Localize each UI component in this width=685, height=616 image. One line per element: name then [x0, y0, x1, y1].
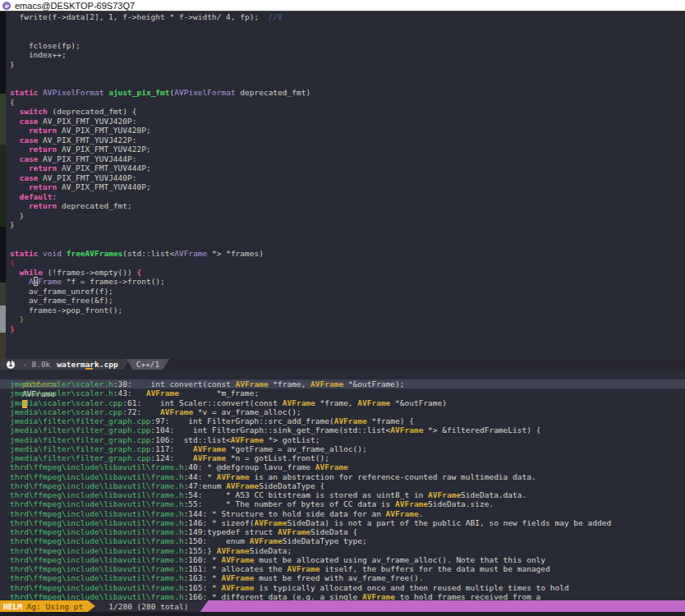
result-row[interactable]: thrd\ffmpeg\include\libavutil\frame.h:16…	[0, 573, 685, 582]
result-row[interactable]: thrd\ffmpeg\include\libavutil\frame.h:15…	[0, 546, 685, 555]
candidate-count: 1/280 (280 total)	[95, 600, 188, 612]
code-line[interactable]	[10, 239, 685, 249]
code-line[interactable]: av_frame_free(&f);	[10, 296, 685, 306]
code-line[interactable]: }	[10, 211, 685, 221]
helm-pattern-line[interactable]: pattern: AVFrame	[0, 370, 685, 379]
code-line[interactable]: case AV_PIX_FMT_YUVJ440P:	[10, 173, 685, 183]
code-line[interactable]: frames->pop_front();	[10, 306, 685, 315]
buffer-size: - 8.0k	[22, 360, 50, 369]
result-row[interactable]: jmedia\scaler\scaler.h:30: int convert(c…	[0, 379, 685, 388]
code-line[interactable]	[10, 31, 685, 41]
modeline: 1 - 8.0k watermark.cpp C++/1	[0, 359, 685, 370]
code-line[interactable]: return AV_PIX_FMT_YUV440P;	[10, 182, 685, 192]
powerline-arrow-icon	[88, 600, 95, 612]
scrollbar-texture	[0, 145, 6, 227]
code-line[interactable]	[10, 79, 685, 89]
result-row[interactable]: thrd\ffmpeg\include\libavutil\frame.h:44…	[0, 472, 685, 481]
code-line[interactable]	[10, 22, 685, 32]
code-line[interactable]: index++;	[10, 50, 685, 60]
code-line[interactable]: case AV_PIX_FMT_YUVJ420P:	[10, 117, 685, 126]
code-buffer[interactable]: fwrite(f->data[2], 1, f->height * f->wid…	[0, 11, 685, 333]
code-line[interactable]: return AV_PIX_FMT_YUV422P;	[10, 145, 685, 154]
code-line[interactable]: case AV_PIX_FMT_YUVJ444P:	[10, 154, 685, 164]
result-row[interactable]: thrd\ffmpeg\include\libavutil\frame.h:47…	[0, 481, 685, 490]
modified-marker	[85, 368, 93, 370]
helm-mode-label: HELM	[3, 602, 22, 611]
result-row[interactable]: thrd\ffmpeg\include\libavutil\frame.h:14…	[0, 518, 685, 527]
scrollbar-texture	[0, 333, 6, 359]
code-line[interactable]: {	[10, 258, 685, 268]
code-line[interactable]: return deprecated_fmt;	[10, 201, 685, 211]
code-line[interactable]: static void freeAVFrames(std::list<AVFra…	[10, 249, 685, 259]
code-line[interactable]: {	[10, 98, 685, 108]
code-line[interactable]: return AV_PIX_FMT_YUV420P;	[10, 126, 685, 136]
emacs-icon: e	[2, 2, 11, 10]
code-line[interactable]: }	[10, 315, 685, 324]
window-number-badge: 1	[7, 361, 15, 369]
scrollbar[interactable]	[0, 11, 6, 359]
result-row[interactable]: jmedia\scaler\scaler.h:43: AVFrame *m_fr…	[0, 388, 685, 398]
code-line[interactable]: switch (deprecated_fmt) {	[10, 107, 685, 117]
result-row[interactable]: thrd\ffmpeg\include\libavutil\frame.h:16…	[0, 555, 685, 564]
helm-results-list[interactable]: jmedia\scaler\scaler.h:30: int convert(c…	[0, 379, 685, 600]
window-title: emacs@DESKTOP-69S73Q7	[15, 1, 135, 11]
statusbar-source-segment: HELM Ag: Using pt	[0, 600, 88, 612]
title-bar: e emacs@DESKTOP-69S73Q7	[0, 0, 685, 11]
statusbar-fill	[200, 600, 685, 612]
result-row[interactable]: thrd\ffmpeg\include\libavutil\frame.h:16…	[0, 592, 685, 600]
code-line[interactable]: }	[10, 60, 685, 70]
code-line[interactable]: default:	[10, 192, 685, 202]
code-line[interactable]: case AV_PIX_FMT_YUVJ422P:	[10, 136, 685, 145]
result-row[interactable]: thrd\ffmpeg\include\libavutil\frame.h:14…	[0, 527, 685, 536]
result-row[interactable]: jmedia\scaler\scaler.cpp:61: int Scaler:…	[0, 398, 685, 407]
result-row[interactable]: thrd\ffmpeg\include\libavutil\frame.h:14…	[0, 509, 685, 518]
code-line[interactable]: static AVPixelFormat ajust_pix_fmt(AVPix…	[10, 88, 685, 98]
code-line[interactable]: return AV_PIX_FMT_YUV444P;	[10, 163, 685, 173]
code-line[interactable]: av_frame_unref(f);	[10, 287, 685, 297]
code-line[interactable]: AVFrame *f = frames->front();	[10, 277, 685, 287]
result-row[interactable]: jmedia\filter\filter_graph.cpp:104: int …	[0, 425, 685, 434]
result-row[interactable]: thrd\ffmpeg\include\libavutil\frame.h:55…	[0, 499, 685, 508]
result-row[interactable]: jmedia\scaler\scaler.cpp:72: AVFrame *v …	[0, 407, 685, 416]
code-line[interactable]: fwrite(f->data[2], 1, f->height * f->wid…	[10, 12, 685, 22]
code-window[interactable]: fwrite(f->data[2], 1, f->height * f->wid…	[0, 11, 685, 359]
major-mode-tab[interactable]: C++/1	[126, 359, 170, 370]
result-row[interactable]: jmedia\filter\filter_graph.cpp:117: AVFr…	[0, 444, 685, 453]
result-row[interactable]: jmedia\filter\filter_graph.cpp:124: AVFr…	[0, 453, 685, 462]
helm-statusbar: HELM Ag: Using pt 1/280 (280 total)	[0, 600, 685, 612]
code-line[interactable]	[10, 69, 685, 79]
code-line[interactable]	[10, 230, 685, 240]
result-row[interactable]: jmedia\filter\filter_graph.cpp:106: std:…	[0, 435, 685, 444]
result-row[interactable]: thrd\ffmpeg\include\libavutil\frame.h:16…	[0, 583, 685, 592]
result-row[interactable]: thrd\ffmpeg\include\libavutil\frame.h:54…	[0, 490, 685, 499]
modeline-buffer-info: 1 - 8.0k watermark.cpp	[0, 359, 130, 370]
code-line[interactable]: }	[10, 324, 685, 334]
statusbar-source: Ag: Using pt	[22, 602, 83, 611]
echo-area[interactable]	[0, 612, 685, 616]
emacs-frame: fwrite(f->data[2], 1, f->height * f->wid…	[0, 11, 685, 615]
result-row[interactable]: jmedia\filter\filter_graph.cpp:97: int F…	[0, 416, 685, 425]
scrollbar-thumb[interactable]	[0, 306, 6, 333]
code-line[interactable]: fclose(fp);	[10, 41, 685, 51]
result-row[interactable]: thrd\ffmpeg\include\libavutil\frame.h:16…	[0, 564, 685, 573]
code-line[interactable]: }	[10, 220, 685, 230]
scrollbar-texture	[0, 94, 6, 145]
result-row[interactable]: thrd\ffmpeg\include\libavutil\frame.h:15…	[0, 536, 685, 545]
code-line[interactable]: while (!frames->empty()) {	[10, 268, 685, 278]
result-row[interactable]: thrd\ffmpeg\include\libavutil\frame.h:40…	[0, 462, 685, 471]
